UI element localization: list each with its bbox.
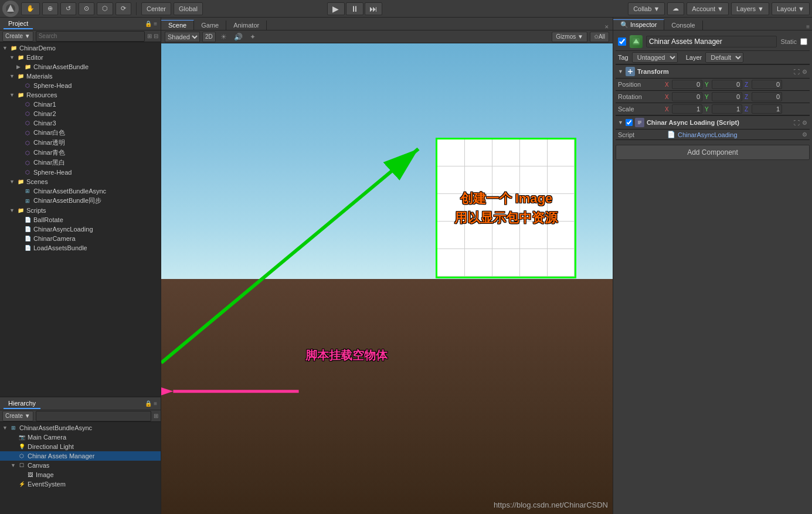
scene-view[interactable]: 创建一个 Image 用以显示包中资源	[161, 43, 613, 514]
scene-panel-close[interactable]: ✕	[604, 24, 609, 30]
script-value[interactable]: ChinarAsyncLoading	[678, 131, 738, 138]
hierarchy-tree-item[interactable]: 📷Main Camera	[0, 433, 161, 442]
project-tree-item[interactable]: ⊞ChinarAssetBundleAsync	[0, 186, 161, 196]
project-tree-item[interactable]: ▼📁Materials	[0, 72, 161, 81]
project-tree-item[interactable]: 📄ChinarCamera	[0, 234, 161, 243]
script-settings2-icon[interactable]: ⚙	[802, 131, 807, 138]
fx-icon[interactable]: ✦	[247, 33, 258, 41]
script-component-header[interactable]: ▼ Chinar Async Loading (Script) ⛶ ⚙	[616, 115, 810, 130]
space-dropdown[interactable]: Global	[174, 2, 203, 15]
pause-button[interactable]: ⏸	[346, 2, 363, 15]
project-create-btn[interactable]: Create ▼	[2, 31, 33, 42]
project-tree-item[interactable]: ▼📁ChinarDemo	[0, 43, 161, 53]
audio-icon[interactable]: 🔊	[232, 33, 245, 41]
inspector-menu[interactable]: ≡	[806, 23, 812, 30]
hierarchy-tree-item[interactable]: ▼⊞ChinarAssetBundleAsync	[0, 423, 161, 433]
play-button[interactable]: ▶	[327, 2, 345, 15]
project-tree-item[interactable]: 📄LoadAssetsBundle	[0, 243, 161, 253]
tab-hierarchy[interactable]: Hierarchy	[4, 399, 40, 409]
step-button[interactable]: ⏭	[365, 2, 382, 15]
tab-console[interactable]: Console	[664, 21, 702, 30]
hierarchy-tree-item[interactable]: 🖼Image	[0, 470, 161, 479]
transform-arrow: ▼	[618, 69, 623, 74]
tree-item-label: ChinarDemo	[19, 45, 56, 52]
project-tree-item[interactable]: ⬡Chinar3	[0, 118, 161, 128]
transform-link-icon[interactable]: ⛶	[794, 69, 800, 75]
pos-x-field[interactable]	[672, 80, 702, 89]
project-tree-item[interactable]: ▼📁Scripts	[0, 206, 161, 215]
project-tree-item[interactable]: ⬡Chinar白色	[0, 128, 161, 138]
project-icons[interactable]: ⊞ ⊟	[147, 33, 158, 39]
project-tree-item[interactable]: ⊞ChinarAssetBundle同步	[0, 196, 161, 206]
tool-scale[interactable]: ⊙	[79, 2, 94, 15]
script-settings-icon[interactable]: ⚙	[802, 120, 807, 126]
tab-inspector[interactable]: 🔍 Inspector	[613, 19, 664, 30]
project-tree-item[interactable]: ⬡Sphere-Head	[0, 168, 161, 177]
hierarchy-icons[interactable]: ⊞	[154, 413, 158, 419]
tool-move[interactable]: ⊕	[42, 2, 58, 15]
hierarchy-item-icon: ☐	[18, 461, 26, 469]
tool-rotate[interactable]: ↺	[60, 2, 76, 15]
rot-x-field[interactable]	[672, 92, 702, 101]
snap-dropdown[interactable]: Center	[141, 2, 171, 15]
hierarchy-tree-item[interactable]: 💡Directional Light	[0, 442, 161, 451]
project-tree-item[interactable]: ▼📁Resources	[0, 90, 161, 100]
tree-item-label: Chinar青色	[33, 148, 65, 157]
rot-y-field[interactable]	[712, 92, 742, 101]
annotation-text: 创建一个 Image 用以显示包中资源	[437, 139, 575, 277]
top-toolbar: ✋ ⊕ ↺ ⊙ ⬡ ⟳ Center Global ▶ ⏸ ⏭ Collab ▼…	[0, 0, 812, 18]
cloud-button[interactable]: ☁	[667, 2, 684, 15]
tab-animator[interactable]: Animator	[226, 21, 267, 30]
object-name-field[interactable]	[646, 36, 777, 47]
project-tree-item[interactable]: ⬡Sphere-Head	[0, 81, 161, 90]
hierarchy-create-btn[interactable]: Create ▼	[2, 411, 33, 421]
collab-button[interactable]: Collab ▼	[628, 2, 665, 15]
project-tree-item[interactable]: ⬡Chinar透明	[0, 138, 161, 148]
scale-x-group: X	[665, 104, 702, 114]
pos-z-field[interactable]	[752, 80, 782, 89]
hierarchy-tree-item[interactable]: ▼☐Canvas	[0, 461, 161, 470]
project-search[interactable]	[36, 31, 145, 42]
project-tree-item[interactable]: 📄ChinarAsyncLoading	[0, 224, 161, 234]
rot-z-field[interactable]	[752, 92, 782, 101]
tool-rect[interactable]: ⬡	[97, 2, 113, 15]
lighting-icon[interactable]: ☀	[218, 33, 229, 41]
account-button[interactable]: Account ▼	[687, 2, 729, 15]
project-tree-item[interactable]: ⬡Chinar2	[0, 109, 161, 118]
gizmos-area: Gizmos ▼ ✩All	[552, 32, 609, 42]
hierarchy-tree-item[interactable]: ⬡Chinar Assets Manager	[0, 451, 161, 461]
script-link-icon[interactable]: ⛶	[794, 120, 800, 126]
transform-component-header[interactable]: ▼ Transform ⛶ ⚙	[616, 64, 810, 79]
transform-settings-icon[interactable]: ⚙	[802, 69, 807, 75]
project-tree-item[interactable]: ⬡Chinar青色	[0, 148, 161, 158]
pos-y-field[interactable]	[712, 80, 742, 89]
tag-dropdown[interactable]: Untagged	[632, 52, 678, 63]
project-tree-item[interactable]: ▼📁Scenes	[0, 177, 161, 186]
project-tree-item[interactable]: ⬡Chinar1	[0, 100, 161, 109]
project-tree-item[interactable]: ⬡Chinar黑白	[0, 158, 161, 168]
object-active-checkbox[interactable]	[618, 38, 626, 46]
tool-transform[interactable]: ⟳	[115, 2, 131, 15]
all-btn[interactable]: ✩All	[590, 32, 609, 42]
project-tree-item[interactable]: ▶📁ChinarAssetBundle	[0, 62, 161, 72]
gizmos-btn[interactable]: Gizmos ▼	[552, 32, 587, 42]
shading-dropdown[interactable]: Shaded	[165, 32, 200, 42]
static-checkbox[interactable]	[800, 38, 807, 45]
project-tree-item[interactable]: 📄BallRotate	[0, 215, 161, 224]
layer-dropdown[interactable]: Default	[705, 52, 743, 63]
layout-button[interactable]: Layout ▼	[772, 2, 810, 15]
scale-y-field[interactable]	[712, 104, 742, 114]
hierarchy-tree-item[interactable]: ⚡EventSystem	[0, 479, 161, 489]
project-tree-item[interactable]: ▼📁Editor	[0, 53, 161, 62]
add-component-btn[interactable]: Add Component	[616, 145, 810, 160]
hierarchy-search[interactable]	[36, 411, 151, 421]
tab-scene[interactable]: Scene	[161, 20, 194, 30]
layers-button[interactable]: Layers ▼	[731, 2, 769, 15]
script-active-checkbox[interactable]	[626, 119, 633, 126]
scale-x-field[interactable]	[672, 104, 702, 114]
tab-game[interactable]: Game	[194, 21, 226, 30]
tool-hand[interactable]: ✋	[21, 2, 40, 15]
scale-z-field[interactable]	[752, 104, 782, 114]
tab-project[interactable]: Project	[4, 19, 33, 29]
mode-2d-btn[interactable]: 2D	[202, 32, 216, 42]
